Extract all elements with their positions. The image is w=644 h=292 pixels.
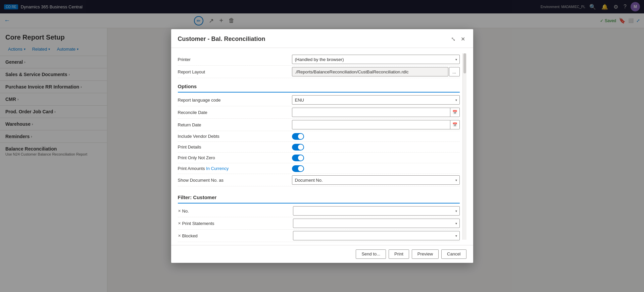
filter-print-statements-select[interactable] [293, 219, 460, 228]
reconcile-date-row: Reconcile Date 📅 [178, 106, 460, 119]
return-date-control: 📅 [292, 120, 460, 129]
filter-no-select[interactable] [293, 206, 460, 216]
include-vendor-row: Include Vendor Debts [178, 131, 460, 142]
filter-no-remove[interactable]: ✕ [178, 209, 181, 213]
printer-label: Printer [178, 57, 292, 62]
printer-select[interactable]: (Handled by the browser) [292, 55, 460, 64]
send-to-button[interactable]: Send to... [356, 249, 386, 259]
preview-button[interactable]: Preview [412, 249, 439, 259]
modal-dialog: Customer - Bal. Reconciliation ⤡ ✕ Print… [171, 29, 473, 263]
modal-header: Customer - Bal. Reconciliation ⤡ ✕ [171, 29, 473, 48]
reconcile-date-calendar-button[interactable]: 📅 [450, 108, 460, 117]
cancel-button[interactable]: Cancel [441, 249, 466, 259]
filter-blocked-row: ✕ Blocked ▾ [178, 230, 460, 242]
report-layout-row: Report Layout ... [178, 66, 460, 78]
report-layout-label: Report Layout [178, 69, 292, 74]
modal-minimize-button[interactable]: ⤡ [450, 35, 457, 44]
report-layout-input[interactable] [292, 67, 448, 76]
print-amounts-toggle[interactable] [292, 165, 304, 172]
filter-blocked-remove[interactable]: ✕ [178, 234, 181, 238]
modal-body: Printer (Handled by the browser) ▾ Repor… [171, 48, 473, 245]
printer-select-wrapper: (Handled by the browser) ▾ [292, 55, 460, 64]
report-lang-select-wrapper: ENU ▾ [292, 95, 460, 105]
return-date-calendar-button[interactable]: 📅 [450, 120, 460, 129]
include-vendor-label: Include Vendor Debts [178, 134, 292, 139]
modal-footer: Send to... Print Preview Cancel [171, 245, 473, 263]
reconcile-date-input[interactable] [292, 108, 450, 117]
filter-print-statements-control: ▾ [293, 219, 460, 228]
filter-print-statements-select-wrapper: ▾ [293, 219, 460, 228]
filter-blocked-select-wrapper: ▾ [293, 231, 460, 240]
modal-form: Printer (Handled by the browser) ▾ Repor… [178, 53, 462, 240]
filter-blocked-label: Blocked [182, 233, 293, 238]
modal-close-button[interactable]: ✕ [459, 35, 466, 44]
filter-blocked-control: ▾ [293, 231, 460, 240]
print-amounts-control [292, 165, 460, 172]
print-not-zero-row: Print Only Not Zero [178, 153, 460, 163]
filter-print-statements-label: Print Statements [182, 221, 293, 226]
modal-title: Customer - Bal. Reconciliation [178, 36, 265, 43]
include-vendor-control [292, 133, 460, 140]
filter-no-label: No. [182, 209, 293, 214]
filter-no-row: ✕ No. ▾ [178, 205, 460, 217]
print-amounts-row: Print Amounts In Currency [178, 163, 460, 174]
show-doc-no-select[interactable]: Document No. [292, 175, 460, 185]
print-details-label: Print Details [178, 144, 292, 150]
report-layout-control: ... [292, 67, 460, 76]
show-doc-no-label: Show Document No. as [178, 178, 292, 183]
show-doc-no-select-wrapper: Document No. ▾ [292, 175, 460, 185]
printer-control: (Handled by the browser) ▾ [292, 55, 460, 64]
print-amounts-label: Print Amounts In Currency [178, 166, 292, 171]
modal-scrollbar-thumb [463, 53, 466, 73]
options-section-header: Options [178, 78, 460, 93]
filter-print-statements-row: ✕ Print Statements ▾ [178, 217, 460, 230]
return-date-input[interactable] [292, 120, 450, 129]
filter-section-header: Filter: Customer [178, 189, 460, 203]
return-date-row: Return Date 📅 [178, 119, 460, 131]
print-details-control [292, 144, 460, 151]
include-vendor-toggle[interactable] [292, 133, 304, 140]
printer-row: Printer (Handled by the browser) ▾ [178, 53, 460, 66]
modal-header-buttons: ⤡ ✕ [450, 35, 466, 44]
filter-blocked-select[interactable] [293, 231, 460, 240]
reconcile-date-control: 📅 [292, 108, 460, 117]
report-lang-row: Report language code ENU ▾ [178, 94, 460, 106]
modal-scrollbar[interactable] [462, 53, 466, 240]
reconcile-date-label: Reconcile Date [178, 110, 292, 115]
filter-print-statements-remove[interactable]: ✕ [178, 221, 181, 226]
modal-overlay: Customer - Bal. Reconciliation ⤡ ✕ Print… [0, 0, 644, 292]
print-not-zero-toggle[interactable] [292, 155, 304, 161]
report-lang-control: ENU ▾ [292, 95, 460, 105]
report-lang-label: Report language code [178, 98, 292, 103]
print-details-row: Print Details [178, 142, 460, 153]
return-date-label: Return Date [178, 122, 292, 127]
print-button[interactable]: Print [389, 249, 409, 259]
print-not-zero-label: Print Only Not Zero [178, 155, 292, 160]
report-lang-select[interactable]: ENU [292, 95, 460, 105]
return-date-input-group: 📅 [292, 120, 460, 129]
print-details-toggle[interactable] [292, 144, 304, 151]
report-layout-input-group: ... [292, 67, 460, 76]
filter-no-control: ▾ [293, 206, 460, 216]
report-layout-ellipsis-button[interactable]: ... [449, 67, 460, 76]
filter-no-select-wrapper: ▾ [293, 206, 460, 216]
print-not-zero-control [292, 155, 460, 161]
show-doc-no-row: Show Document No. as Document No. ▾ [178, 174, 460, 186]
reconcile-date-input-group: 📅 [292, 108, 460, 117]
show-doc-no-control: Document No. ▾ [292, 175, 460, 185]
